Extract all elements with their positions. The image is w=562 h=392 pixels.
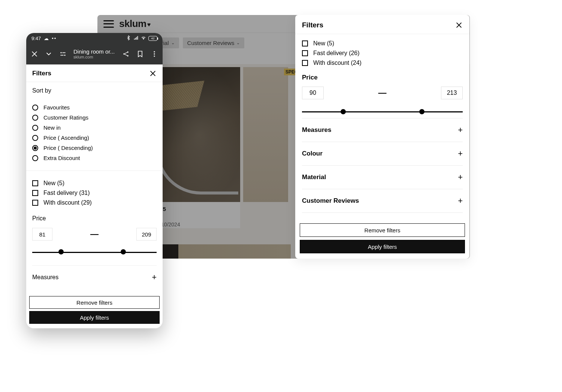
plus-icon: + xyxy=(458,149,463,159)
price-slider[interactable] xyxy=(302,110,463,114)
checkbox-icon xyxy=(302,40,308,46)
checkbox-icon xyxy=(302,60,308,66)
sort-extra-discount[interactable]: Extra Discount xyxy=(32,153,157,163)
apply-filters-button[interactable]: Apply filters xyxy=(29,311,160,324)
checkbox-fast-delivery[interactable]: Fast delivery (31) xyxy=(32,188,157,198)
section-measures[interactable]: Measures+ xyxy=(302,118,463,142)
checkbox-icon xyxy=(32,190,38,196)
chevron-down-icon[interactable] xyxy=(45,50,52,58)
radio-icon xyxy=(32,115,38,121)
price-label: Price xyxy=(302,74,463,81)
checkbox-label: With discount (24) xyxy=(313,60,362,66)
filters-title: Filters xyxy=(32,70,51,77)
svg-point-2 xyxy=(123,53,125,55)
cloud-icon: ☁ xyxy=(44,36,49,41)
price-min-input[interactable]: 81 xyxy=(32,228,52,241)
sort-customer-ratings[interactable]: Customer Ratings xyxy=(32,112,157,123)
panel-title: Filters xyxy=(302,21,323,29)
price-min-input[interactable]: 90 xyxy=(302,87,324,99)
url-area[interactable]: Dining room or... sklum.com xyxy=(73,49,115,60)
svg-point-0 xyxy=(60,52,61,53)
status-time: 9:47 xyxy=(31,36,41,41)
price-slider[interactable] xyxy=(32,250,157,254)
plus-icon: + xyxy=(458,125,463,135)
sort-by-label: Sort by xyxy=(32,87,157,94)
svg-point-4 xyxy=(127,55,129,57)
svg-point-5 xyxy=(154,51,155,52)
close-icon[interactable] xyxy=(455,21,463,29)
checkbox-fast-delivery[interactable]: Fast delivery (26) xyxy=(302,48,463,58)
mobile-phone: 9:47☁•• 42 Dining room or... sklum.com F… xyxy=(26,33,163,328)
settings-icon[interactable] xyxy=(59,50,67,58)
checkbox-new[interactable]: New (5) xyxy=(32,178,157,188)
sort-new-in[interactable]: New in xyxy=(32,123,157,133)
close-icon[interactable] xyxy=(31,50,38,58)
status-dots: •• xyxy=(52,36,57,41)
section-material[interactable]: Material+ xyxy=(302,165,463,189)
signal-icon xyxy=(133,35,139,42)
svg-point-3 xyxy=(127,51,129,53)
radio-icon xyxy=(32,135,38,141)
checkbox-icon xyxy=(32,200,38,206)
checkbox-with-discount[interactable]: With discount (24) xyxy=(302,58,463,68)
status-bar: 9:47☁•• 42 xyxy=(26,33,163,43)
more-icon[interactable] xyxy=(151,50,158,58)
browser-bar: Dining room or... sklum.com xyxy=(26,43,163,64)
section-colour[interactable]: Colour+ xyxy=(302,142,463,165)
desktop-filters-panel: Filters New (5) Fast delivery (26) With … xyxy=(295,15,469,259)
radio-icon xyxy=(32,125,38,131)
plus-icon: + xyxy=(152,272,157,282)
price-label: Price xyxy=(32,215,157,222)
svg-point-7 xyxy=(154,55,155,57)
price-dash: — xyxy=(328,88,436,98)
svg-point-6 xyxy=(154,53,155,54)
price-max-input[interactable]: 213 xyxy=(441,87,463,99)
bluetooth-icon xyxy=(126,35,131,42)
checkbox-icon xyxy=(32,180,38,186)
section-reviews[interactable]: Customer Reviews+ xyxy=(302,189,463,213)
section-measures[interactable]: Measures+ xyxy=(32,265,157,289)
slider-handle-max[interactable] xyxy=(121,249,126,254)
svg-point-1 xyxy=(64,55,65,56)
plus-icon: + xyxy=(458,172,463,182)
checkbox-label: Fast delivery (26) xyxy=(313,50,360,57)
slider-handle-max[interactable] xyxy=(419,109,424,114)
price-dash: — xyxy=(55,229,133,239)
price-max-input[interactable]: 209 xyxy=(136,228,157,241)
slider-handle-min[interactable] xyxy=(58,249,64,254)
checkbox-icon xyxy=(302,50,308,56)
wifi-icon xyxy=(141,35,146,42)
battery-icon: 42 xyxy=(148,36,157,41)
bookmark-icon[interactable] xyxy=(136,50,144,58)
share-icon[interactable] xyxy=(122,50,130,58)
radio-icon xyxy=(32,155,38,161)
sort-price-asc[interactable]: Price ( Ascending) xyxy=(32,133,157,143)
page-title: Dining room or... xyxy=(73,49,115,55)
sort-favourites[interactable]: Favourites xyxy=(32,102,157,112)
radio-icon xyxy=(32,145,38,151)
page-domain: sklum.com xyxy=(73,55,115,59)
sort-price-desc[interactable]: Price ( Descending) xyxy=(32,143,157,153)
apply-filters-button[interactable]: Apply filters xyxy=(300,240,465,253)
checkbox-label: New (5) xyxy=(313,40,334,47)
remove-filters-button[interactable]: Remove filters xyxy=(300,223,465,237)
slider-handle-min[interactable] xyxy=(341,109,346,114)
close-icon[interactable] xyxy=(149,70,157,77)
plus-icon: + xyxy=(458,196,463,206)
remove-filters-button[interactable]: Remove filters xyxy=(29,296,160,309)
checkbox-new[interactable]: New (5) xyxy=(302,39,463,48)
checkbox-with-discount[interactable]: With discount (29) xyxy=(32,198,157,208)
radio-icon xyxy=(32,105,38,111)
